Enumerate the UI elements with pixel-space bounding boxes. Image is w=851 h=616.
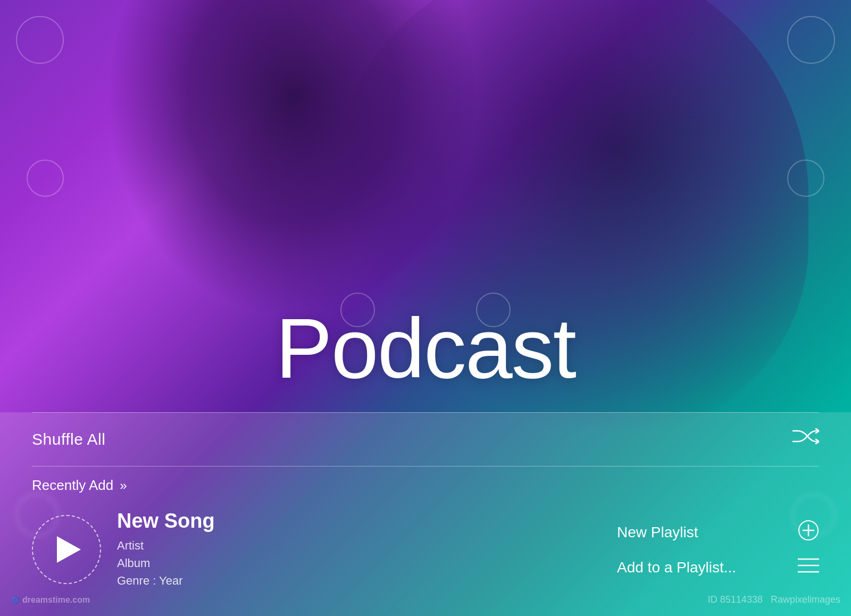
new-playlist-item[interactable]: New Playlist	[617, 520, 819, 545]
play-button[interactable]	[32, 515, 101, 584]
title-area: Podcast	[0, 274, 851, 412]
add-to-playlist-icon	[798, 556, 819, 579]
shuffle-row[interactable]: Shuffle All	[0, 413, 851, 466]
song-title: New Song	[117, 510, 617, 532]
recently-add-chevron: »	[120, 478, 127, 493]
watermark-id-area: ID 85114338 Rawpixelimages	[708, 594, 840, 605]
song-actions: New Playlist Add to a Playlist...	[617, 520, 819, 579]
recently-add-label: Recently Add	[32, 477, 113, 494]
song-info: New Song Artist Album Genre : Year	[117, 510, 617, 589]
recently-add-row[interactable]: Recently Add »	[0, 467, 851, 499]
new-playlist-icon	[798, 520, 819, 545]
play-triangle-icon	[57, 536, 81, 563]
watermark-logo: 🔵 dreamstime.com	[11, 594, 90, 605]
shuffle-label: Shuffle All	[32, 430, 105, 448]
watermark-id-text: ID 85114338	[708, 594, 763, 605]
content-overlay: Podcast Shuffle All Recently Add »	[0, 0, 851, 616]
play-btn-inner[interactable]	[32, 515, 101, 584]
shuffle-icon	[792, 428, 819, 451]
page-title: Podcast	[0, 306, 851, 391]
bottom-panel: Shuffle All Recently Add »	[0, 412, 851, 616]
song-genre: Genre : Year	[117, 572, 617, 589]
watermark-site: dreamstime.com	[22, 595, 90, 604]
new-playlist-label: New Playlist	[617, 524, 698, 541]
song-artist: Artist	[117, 537, 617, 554]
song-album: Album	[117, 554, 617, 572]
add-to-playlist-label: Add to a Playlist...	[617, 559, 736, 576]
watermark-author: Rawpixelimages	[771, 594, 840, 605]
add-to-playlist-item[interactable]: Add to a Playlist...	[617, 556, 819, 579]
